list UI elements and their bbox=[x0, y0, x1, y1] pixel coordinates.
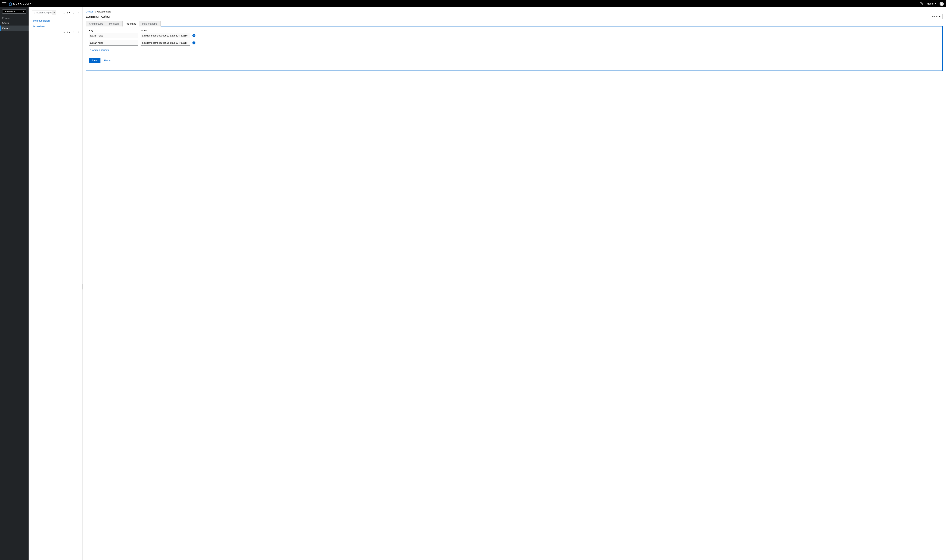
brand-logo[interactable]: KEYCLOAK bbox=[9, 2, 32, 6]
caret-down-icon[interactable] bbox=[69, 12, 70, 13]
breadcrumb-root[interactable]: Groups bbox=[86, 11, 93, 13]
tab-label: Role mapping bbox=[142, 22, 157, 25]
tab-attributes[interactable]: Attributes bbox=[123, 21, 139, 26]
page-title: communication bbox=[86, 14, 111, 19]
hamburger-button[interactable] bbox=[2, 2, 6, 6]
pager-range: 1 - 2 bbox=[63, 11, 68, 14]
caret-down-icon bbox=[935, 3, 936, 4]
pager-top: 1 - 2 bbox=[63, 11, 79, 14]
brand-text: KEYCLOAK bbox=[13, 3, 32, 5]
group-list: communication iam-admin bbox=[29, 17, 82, 30]
kebab-menu[interactable] bbox=[77, 19, 79, 22]
svg-point-0 bbox=[33, 12, 34, 13]
sidebar-item-groups[interactable]: Groups bbox=[0, 26, 29, 31]
svg-line-1 bbox=[34, 13, 35, 14]
remove-attr-button[interactable] bbox=[193, 34, 196, 37]
attr-value-input[interactable] bbox=[140, 40, 190, 46]
tab-label: Members bbox=[109, 22, 119, 25]
pager-next[interactable] bbox=[77, 31, 79, 33]
caret-down-icon bbox=[939, 16, 940, 17]
sidebar-item-label: Groups bbox=[2, 27, 11, 29]
avatar[interactable] bbox=[940, 2, 944, 6]
action-label: Action bbox=[931, 15, 937, 18]
details-panel: Groups Group details communication Actio… bbox=[82, 8, 946, 560]
tabs: Child groups Members Attributes Role map… bbox=[86, 21, 943, 26]
attr-key-input[interactable] bbox=[89, 40, 138, 46]
search-icon bbox=[33, 12, 35, 14]
realm-name: demo-demo bbox=[4, 10, 16, 13]
plus-circle-icon bbox=[89, 49, 91, 51]
revert-button[interactable]: Revert bbox=[104, 59, 111, 62]
groups-toolbar: 1 - 2 bbox=[29, 8, 82, 17]
resize-handle[interactable] bbox=[82, 284, 83, 289]
caret-down-icon[interactable] bbox=[69, 32, 70, 33]
attr-key-input[interactable] bbox=[89, 33, 138, 38]
add-attribute-label: Add an attribute bbox=[92, 49, 110, 51]
sidebar-item-users[interactable]: Users bbox=[0, 20, 29, 26]
action-dropdown[interactable]: Action bbox=[929, 14, 943, 19]
breadcrumb: Groups Group details bbox=[86, 11, 943, 13]
pager-bottom: 1 - 2 bbox=[29, 30, 82, 35]
group-link[interactable]: communication bbox=[33, 19, 49, 22]
keycloak-icon bbox=[9, 2, 12, 6]
pager-prev[interactable] bbox=[72, 31, 75, 33]
breadcrumb-current: Group details bbox=[97, 11, 111, 13]
tab-content: Key Value Add an attribute Save Revert bbox=[86, 26, 943, 71]
attr-value-input[interactable] bbox=[140, 33, 190, 38]
list-item: iam-admin bbox=[29, 23, 82, 29]
column-header-value: Value bbox=[140, 29, 190, 33]
realm-selector[interactable]: demo-demo bbox=[2, 9, 26, 14]
help-icon[interactable]: ? bbox=[920, 2, 923, 5]
chevron-right-icon bbox=[95, 11, 96, 13]
tab-child-groups[interactable]: Child groups bbox=[86, 21, 106, 26]
sidebar-heading-manage: Manage bbox=[0, 16, 29, 20]
remove-attr-button[interactable] bbox=[193, 42, 196, 45]
sidebar: demo-demo Manage Users Groups bbox=[0, 8, 29, 560]
group-link[interactable]: iam-admin bbox=[33, 25, 45, 28]
kebab-menu[interactable] bbox=[77, 25, 79, 28]
list-item: communication bbox=[29, 18, 82, 23]
add-attribute-link[interactable]: Add an attribute bbox=[89, 49, 110, 51]
caret-down-icon bbox=[23, 11, 25, 12]
save-button[interactable]: Save bbox=[89, 58, 100, 63]
tab-label: Attributes bbox=[126, 22, 136, 25]
tab-members[interactable]: Members bbox=[106, 21, 123, 26]
search-go-button[interactable] bbox=[52, 11, 56, 15]
topbar: KEYCLOAK ? demo bbox=[0, 0, 946, 8]
tab-role-mapping[interactable]: Role mapping bbox=[139, 21, 160, 26]
user-label: demo bbox=[927, 2, 934, 5]
groups-panel: 1 - 2 communication iam-admin 1 - 2 bbox=[29, 8, 82, 560]
user-menu[interactable]: demo bbox=[927, 2, 936, 5]
pager-next[interactable] bbox=[77, 11, 79, 14]
pager-range: 1 - 2 bbox=[63, 31, 68, 33]
pager-prev[interactable] bbox=[72, 11, 75, 14]
column-header-key: Key bbox=[89, 29, 138, 33]
sidebar-item-label: Users bbox=[2, 22, 9, 25]
tab-label: Child groups bbox=[89, 22, 103, 25]
